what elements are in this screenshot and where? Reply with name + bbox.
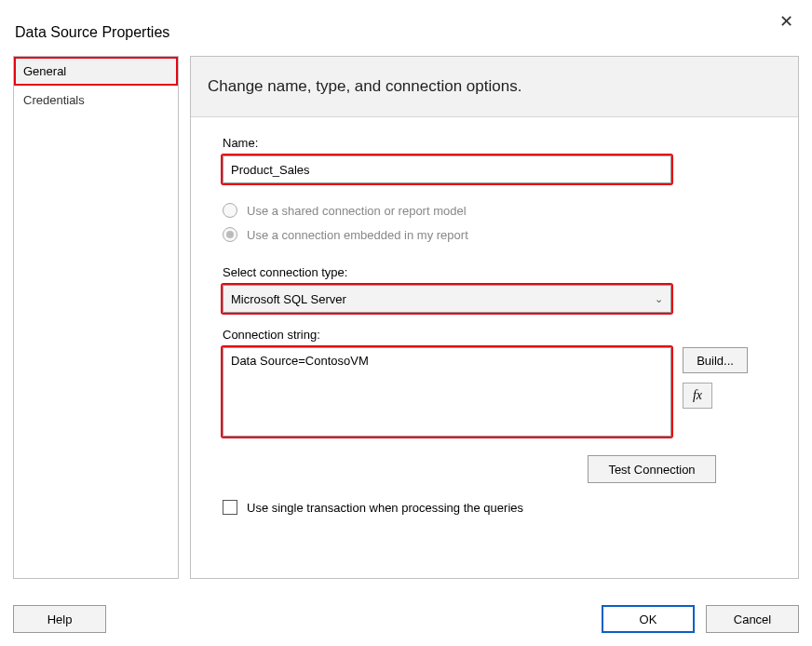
connection-type-select[interactable]: Microsoft SQL Server ⌄	[223, 285, 671, 313]
radio-label: Use a shared connection or report model	[247, 204, 467, 218]
radio-icon	[223, 203, 237, 218]
sidebar-item-general[interactable]: General	[14, 57, 178, 86]
dialog-body: General Credentials Change name, type, a…	[0, 47, 812, 579]
expression-button[interactable]: fx	[683, 383, 712, 409]
single-transaction-label: Use single transaction when processing t…	[247, 501, 523, 515]
data-source-properties-dialog: Data Source Properties ✕ General Credent…	[0, 0, 812, 646]
sidebar-item-label: Credentials	[23, 93, 85, 107]
connection-type-label: Select connection type:	[223, 265, 770, 279]
dialog-title: Data Source Properties	[15, 0, 169, 41]
radio-label: Use a connection embedded in my report	[247, 228, 468, 242]
fx-icon: fx	[693, 388, 702, 402]
connection-string-label: Connection string:	[223, 328, 770, 342]
connection-string-row: Build... fx	[223, 347, 770, 437]
sidebar-item-label: General	[23, 64, 66, 78]
close-button[interactable]: ✕	[772, 7, 801, 35]
radio-shared-connection[interactable]: Use a shared connection or report model	[223, 198, 770, 222]
content-body: Name: Use a shared connection or report …	[191, 117, 798, 524]
connection-string-input[interactable]	[223, 347, 671, 437]
help-button[interactable]: Help	[13, 605, 106, 633]
connection-mode-radio-group: Use a shared connection or report model …	[223, 198, 770, 247]
radio-embedded-connection[interactable]: Use a connection embedded in my report	[223, 222, 770, 247]
radio-icon	[223, 227, 237, 242]
single-transaction-row[interactable]: Use single transaction when processing t…	[223, 500, 770, 515]
content-panel: Change name, type, and connection option…	[190, 56, 799, 579]
sidebar-item-credentials[interactable]: Credentials	[14, 86, 178, 114]
cancel-button[interactable]: Cancel	[706, 605, 799, 633]
connection-string-side-buttons: Build... fx	[683, 347, 748, 409]
close-icon: ✕	[779, 12, 793, 31]
name-label: Name:	[223, 136, 770, 150]
ok-button[interactable]: OK	[602, 605, 695, 633]
build-button[interactable]: Build...	[683, 347, 748, 373]
checkbox-icon	[223, 500, 237, 515]
select-value: Microsoft SQL Server	[231, 292, 346, 306]
dialog-footer: Help OK Cancel	[13, 605, 799, 633]
test-connection-row: Test Connection	[588, 455, 770, 483]
test-connection-button[interactable]: Test Connection	[588, 455, 716, 483]
sidebar: General Credentials	[13, 56, 179, 579]
content-header: Change name, type, and connection option…	[191, 57, 798, 117]
chevron-down-icon: ⌄	[655, 293, 663, 305]
name-input[interactable]	[223, 155, 671, 183]
title-bar: Data Source Properties ✕	[0, 0, 812, 47]
